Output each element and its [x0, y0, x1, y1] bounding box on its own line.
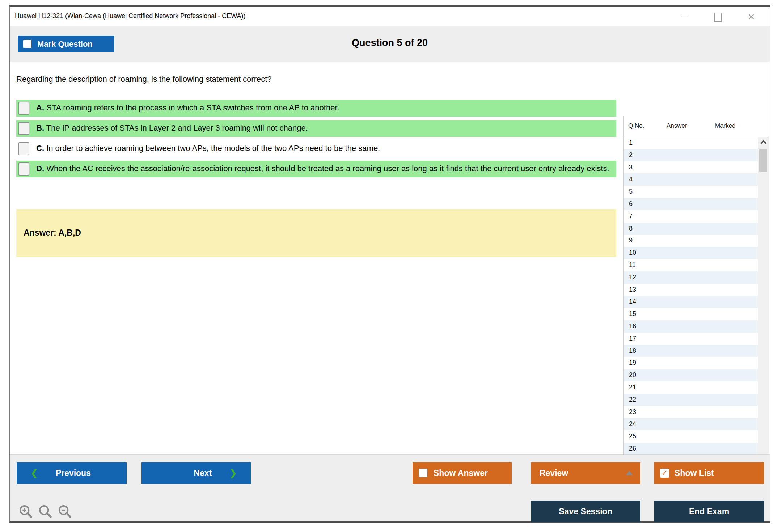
question-list-row[interactable]: 18 — [624, 345, 758, 357]
question-list-row[interactable]: 1 — [624, 137, 758, 149]
question-number: 6 — [629, 200, 633, 207]
minimize-icon[interactable] — [680, 12, 689, 22]
question-number: 15 — [629, 310, 636, 317]
zoom-out-icon[interactable] — [58, 504, 72, 519]
option-checkbox[interactable] — [18, 162, 29, 176]
scroll-up-icon[interactable] — [758, 137, 769, 148]
chevron-left-icon: ❮ — [30, 468, 38, 478]
close-icon[interactable]: ✕ — [747, 12, 756, 22]
question-list-row[interactable]: 14 — [624, 296, 758, 308]
question-list-row[interactable]: 6 — [624, 198, 758, 210]
show-list-checkbox-icon[interactable]: ✓ — [660, 469, 669, 478]
end-exam-button[interactable]: End Exam — [654, 501, 764, 522]
question-list-row[interactable]: 24 — [624, 418, 758, 430]
question-list-row[interactable]: 7 — [624, 210, 758, 223]
option-letter: B. — [36, 123, 44, 132]
question-list-row[interactable]: 23 — [624, 406, 758, 418]
show-list-button[interactable]: ✓ Show List — [654, 462, 764, 484]
window-controls: ✕ — [680, 11, 756, 23]
question-number: 26 — [629, 445, 636, 452]
question-list-row[interactable]: 8 — [624, 223, 758, 235]
question-list-row[interactable]: 10 — [624, 247, 758, 259]
question-number: 5 — [629, 188, 633, 195]
question-list-row[interactable]: 20 — [624, 369, 758, 381]
show-answer-checkbox-icon[interactable] — [419, 469, 427, 477]
question-list-row[interactable]: 3 — [624, 161, 758, 174]
question-number: 25 — [629, 432, 636, 440]
caret-up-icon — [626, 471, 633, 475]
previous-button[interactable]: ❮ Previous — [17, 462, 127, 484]
title-bar: Huawei H12-321 (Wlan-Cewa (Huawei Certif… — [10, 7, 770, 26]
question-number: 14 — [629, 298, 636, 305]
save-session-label: Save Session — [559, 507, 612, 516]
question-list-row[interactable]: 15 — [624, 308, 758, 320]
window-title: Huawei H12-321 (Wlan-Cewa (Huawei Certif… — [15, 12, 246, 20]
question-list-row[interactable]: 16 — [624, 320, 758, 333]
review-button[interactable]: Review — [531, 462, 640, 484]
option-row[interactable]: D. When the AC receives the association/… — [16, 161, 616, 177]
question-number: 20 — [629, 371, 636, 379]
answer-text: Answer: A,B,D — [24, 228, 81, 238]
question-number: 17 — [629, 335, 636, 342]
review-label: Review — [540, 468, 568, 478]
option-text: The IP addresses of STAs in Layer 2 and … — [46, 123, 308, 132]
options-list: A. STA roaming refers to the process in … — [16, 100, 616, 181]
question-list: 1 2 3 4 5 6 7 8 9 10 11 12 13 14 15 16 1… — [624, 137, 758, 508]
option-checkbox[interactable] — [18, 122, 29, 135]
question-list-row[interactable]: 2 — [624, 149, 758, 161]
maximize-icon[interactable] — [713, 12, 723, 22]
option-row[interactable]: A. STA roaming refers to the process in … — [16, 100, 616, 117]
question-list-row[interactable]: 22 — [624, 394, 758, 406]
question-list-row[interactable]: 21 — [624, 381, 758, 394]
option-letter: C. — [36, 144, 44, 153]
column-header-marked: Marked — [715, 122, 736, 130]
show-list-label: Show List — [675, 468, 714, 478]
question-number: 4 — [629, 176, 633, 183]
question-counter: Question 5 of 20 — [10, 37, 770, 48]
next-button[interactable]: Next ❯ — [141, 462, 251, 484]
question-number: 13 — [629, 286, 636, 293]
question-list-scrollbar[interactable] — [758, 137, 769, 508]
option-text: When the AC receives the association/re-… — [46, 164, 609, 173]
zoom-reset-icon[interactable] — [38, 504, 52, 519]
question-number: 1 — [629, 139, 633, 146]
question-number: 7 — [629, 212, 633, 220]
scrollbar-thumb[interactable] — [759, 149, 767, 172]
show-answer-button[interactable]: Show Answer — [413, 462, 512, 484]
zoom-in-icon[interactable] — [18, 504, 33, 519]
option-checkbox[interactable] — [18, 142, 29, 155]
option-row[interactable]: C. In order to achieve roaming between t… — [16, 140, 616, 157]
question-number: 9 — [629, 237, 633, 244]
option-checkbox[interactable] — [18, 102, 29, 115]
question-list-panel: Q No. Answer Marked 1 2 3 4 5 6 7 8 9 10… — [623, 116, 769, 508]
column-header-answer: Answer — [667, 122, 687, 130]
option-letter: D. — [36, 164, 44, 173]
option-text: In order to achieve roaming between two … — [46, 144, 380, 153]
question-number: 10 — [629, 249, 636, 256]
option-row[interactable]: B. The IP addresses of STAs in Layer 2 a… — [16, 120, 616, 137]
question-number: 8 — [629, 225, 633, 232]
question-list-row[interactable]: 9 — [624, 235, 758, 247]
question-list-row[interactable]: 11 — [624, 259, 758, 271]
end-exam-label: End Exam — [689, 507, 729, 516]
question-list-row[interactable]: 26 — [624, 443, 758, 455]
question-number: 12 — [629, 274, 636, 281]
question-list-row[interactable]: 17 — [624, 333, 758, 345]
zoom-controls — [18, 504, 72, 519]
question-list-row[interactable]: 5 — [624, 186, 758, 198]
question-number: 23 — [629, 408, 636, 415]
question-number: 24 — [629, 420, 636, 427]
save-session-button[interactable]: Save Session — [531, 501, 640, 522]
question-list-row[interactable]: 4 — [624, 173, 758, 186]
next-label: Next — [194, 468, 212, 478]
show-answer-label: Show Answer — [434, 468, 488, 478]
question-list-row[interactable]: 19 — [624, 357, 758, 369]
question-number: 18 — [629, 347, 636, 354]
question-text: Regarding the description of roaming, is… — [16, 75, 272, 84]
question-list-row[interactable]: 12 — [624, 271, 758, 284]
question-list-row[interactable]: 13 — [624, 284, 758, 296]
question-list-row[interactable]: 25 — [624, 430, 758, 443]
question-number: 11 — [629, 261, 636, 269]
question-number: 16 — [629, 322, 636, 330]
column-header-qno: Q No. — [628, 122, 644, 130]
